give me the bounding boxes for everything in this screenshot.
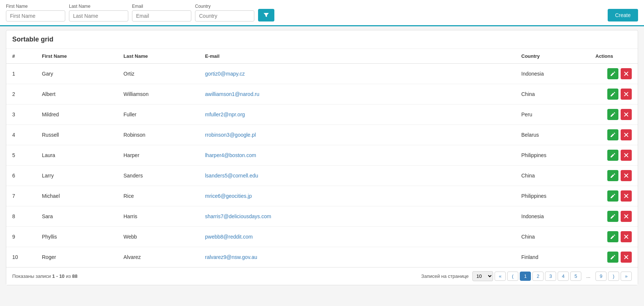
edit-button[interactable] (607, 231, 618, 242)
delete-button[interactable] (621, 231, 632, 242)
table-row: 6 Larry Sanders lsanders5@cornell.edu Ch… (6, 166, 638, 186)
cell-email: lharper4@boston.com (199, 145, 515, 166)
edit-icon (610, 153, 615, 158)
email-link[interactable]: rrobinson3@google.pl (205, 132, 256, 138)
page-1-btn[interactable]: 1 (520, 272, 531, 281)
table-header: # First Name Last Name E-mail Country Ac… (6, 49, 638, 64)
email-link[interactable]: awilliamson1@narod.ru (205, 91, 260, 97)
table-row: 2 Albert Williamson awilliamson1@narod.r… (6, 84, 638, 104)
edit-button[interactable] (607, 211, 618, 222)
edit-button[interactable] (607, 190, 618, 202)
cell-lastname: Alvarez (118, 247, 199, 267)
top-bar: First Name Last Name Email Country Creat… (0, 0, 644, 26)
page-first-btn[interactable]: « (495, 272, 506, 281)
cell-actions (589, 206, 638, 227)
cell-lastname: Ortiz (118, 64, 199, 84)
page-2-btn[interactable]: 2 (532, 272, 544, 281)
cell-country: China (515, 227, 589, 247)
per-page-select[interactable]: 10 25 50 100 (472, 271, 493, 281)
page-ellipsis: ... (583, 272, 594, 280)
actions-container (595, 252, 632, 263)
edit-button[interactable] (607, 109, 618, 120)
cell-firstname: Roger (36, 247, 118, 267)
email-label: Email (132, 4, 191, 9)
col-header-num: # (6, 49, 36, 64)
delete-button[interactable] (621, 129, 632, 140)
cell-actions (589, 166, 638, 186)
delete-button[interactable] (621, 89, 632, 100)
edit-icon (610, 255, 615, 260)
filter-icon (263, 12, 269, 18)
actions-container (595, 211, 632, 222)
delete-icon (624, 235, 628, 239)
page-3-btn[interactable]: 3 (545, 272, 556, 281)
page-9-btn[interactable]: 9 (595, 272, 607, 281)
delete-button[interactable] (621, 68, 632, 79)
edit-icon (610, 193, 615, 199)
country-input[interactable] (195, 10, 254, 21)
cell-email: lsanders5@cornell.edu (199, 166, 515, 186)
cell-country: Philippines (515, 186, 589, 206)
cell-num: 10 (6, 247, 36, 267)
table-body: 1 Gary Ortiz gortiz0@mapy.cz Indonesia (6, 64, 638, 267)
delete-button[interactable] (621, 211, 632, 222)
cell-firstname: Sara (36, 206, 118, 227)
data-table: # First Name Last Name E-mail Country Ac… (6, 49, 638, 267)
page-last-btn[interactable]: » (621, 272, 632, 281)
edit-button[interactable] (607, 170, 618, 181)
actions-container (595, 89, 632, 100)
email-link[interactable]: ralvarez9@nsw.gov.au (205, 254, 257, 260)
actions-container (595, 190, 632, 202)
edit-button[interactable] (607, 89, 618, 100)
email-link[interactable]: lharper4@boston.com (205, 152, 256, 158)
edit-button[interactable] (607, 68, 618, 79)
cell-country: Finland (515, 247, 589, 267)
record-range: 1 - 10 (52, 273, 65, 279)
delete-button[interactable] (621, 150, 632, 161)
cell-email: rrobinson3@google.pl (199, 125, 515, 145)
cell-lastname: Webb (118, 227, 199, 247)
delete-icon (624, 255, 628, 259)
delete-button[interactable] (621, 190, 632, 202)
last-name-input[interactable] (69, 10, 128, 21)
email-link[interactable]: mfuller2@npr.org (205, 112, 245, 117)
cell-num: 8 (6, 206, 36, 227)
email-link[interactable]: mrice6@geocities.jp (205, 193, 252, 199)
email-link[interactable]: lsanders5@cornell.edu (205, 173, 258, 179)
cell-actions (589, 227, 638, 247)
edit-button[interactable] (607, 150, 618, 161)
page-5-btn[interactable]: 5 (570, 272, 581, 281)
edit-button[interactable] (607, 252, 618, 263)
table-row: 5 Laura Harper lharper4@boston.com Phili… (6, 145, 638, 166)
last-name-label: Last Name (69, 4, 128, 9)
email-input[interactable] (132, 10, 191, 21)
delete-icon (624, 112, 628, 117)
delete-button[interactable] (621, 252, 632, 263)
cell-num: 7 (6, 186, 36, 206)
email-link[interactable]: pwebb8@reddit.com (205, 234, 253, 240)
email-link[interactable]: gortiz0@mapy.cz (205, 71, 245, 77)
email-link[interactable]: sharris7@deliciousdays.com (205, 213, 271, 219)
cell-firstname: Albert (36, 84, 118, 104)
cell-firstname: Laura (36, 145, 118, 166)
delete-button[interactable] (621, 109, 632, 120)
cell-country: Indonesia (515, 64, 589, 84)
cell-actions (589, 84, 638, 104)
delete-button[interactable] (621, 170, 632, 181)
cell-num: 6 (6, 166, 36, 186)
first-name-input[interactable] (6, 10, 65, 21)
page-prev-btn[interactable]: ( (507, 272, 518, 281)
cell-num: 4 (6, 125, 36, 145)
pagination-controls: Записей на странице 10 25 50 100 « ( 1 2… (421, 271, 632, 281)
filter-button[interactable] (258, 9, 274, 21)
cell-actions (589, 247, 638, 267)
create-button[interactable]: Create (608, 9, 638, 21)
edit-button[interactable] (607, 129, 618, 140)
cell-num: 9 (6, 227, 36, 247)
cell-country: Peru (515, 104, 589, 125)
edit-icon (610, 132, 615, 137)
per-page-label: Записей на странице (421, 273, 469, 279)
page-next-btn[interactable]: ) (608, 272, 619, 281)
col-header-email: E-mail (199, 49, 515, 64)
page-4-btn[interactable]: 4 (558, 272, 569, 281)
